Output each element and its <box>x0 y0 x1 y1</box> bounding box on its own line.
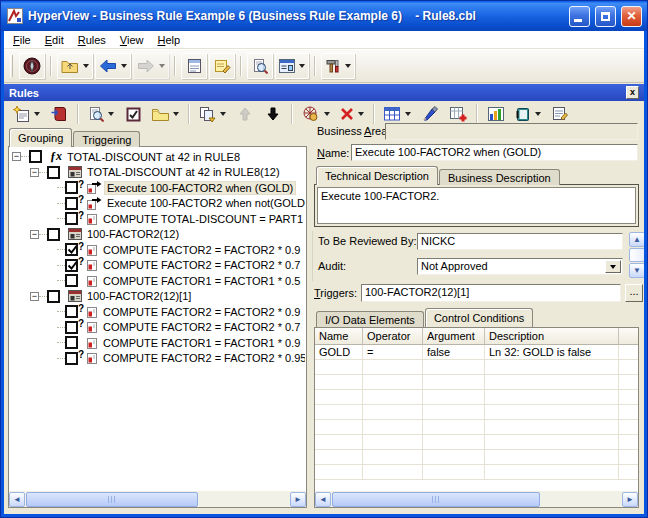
table-horizontal-scrollbar[interactable]: ◄ ► <box>315 491 638 507</box>
edit-properties-button[interactable] <box>547 103 573 125</box>
notebook-button[interactable] <box>511 103 545 125</box>
rule-checkbox[interactable] <box>47 228 60 241</box>
audit-dropdown-button[interactable] <box>605 260 621 273</box>
tools-button[interactable] <box>321 53 355 79</box>
validate-button[interactable] <box>445 103 471 125</box>
business-area-input[interactable] <box>385 123 638 140</box>
menu-rules[interactable]: Rules <box>71 33 113 47</box>
tree-row[interactable]: ?COMPUTE FACTOR2 = FACTOR2 * 0.7 <box>10 258 305 274</box>
tree-row[interactable]: ?COMPUTE FACTOR2 = FACTOR2 * 0.95 <box>10 351 305 367</box>
select-rules-button[interactable] <box>120 103 146 125</box>
tab-technical-description[interactable]: Technical Description <box>316 166 438 185</box>
scroll-thumb[interactable] <box>629 248 644 262</box>
move-down-button[interactable] <box>260 103 286 125</box>
chart-button[interactable] <box>483 103 509 125</box>
scroll-left-button[interactable]: ◄ <box>315 492 331 507</box>
tree-row[interactable]: ?COMPUTE TOTAL-DISCOUNT = PART1 * <box>10 211 305 227</box>
hyperview-scope-button[interactable] <box>19 53 45 79</box>
triggers-browse-button[interactable]: ... <box>625 284 643 302</box>
triggering-button[interactable] <box>298 103 334 125</box>
column-header-description[interactable]: Description <box>485 328 619 345</box>
open-button[interactable] <box>57 53 93 79</box>
back-button[interactable] <box>95 53 131 79</box>
to-be-reviewed-by-input[interactable]: NICKC <box>417 233 623 250</box>
name-input[interactable]: Execute 100-FACTOR2 when (GOLD) <box>351 144 638 161</box>
tab-i-o-data-elements[interactable]: I/O Data Elements <box>316 311 424 327</box>
copy-rule-button[interactable] <box>195 103 230 125</box>
table-empty-row[interactable] <box>315 435 638 450</box>
rule-checkbox[interactable] <box>65 181 78 194</box>
table-empty-row[interactable] <box>315 390 638 405</box>
scroll-track[interactable] <box>331 492 622 507</box>
tab-triggering[interactable]: Triggering <box>73 131 140 147</box>
tab-control-conditions[interactable]: Control Conditions <box>425 308 534 327</box>
scroll-right-button[interactable]: ► <box>622 492 638 507</box>
table-empty-row[interactable] <box>315 405 638 420</box>
table-empty-row[interactable] <box>315 420 638 435</box>
triggers-input[interactable]: 100-FACTOR2(12)[1] <box>361 284 621 302</box>
rule-checkbox[interactable] <box>47 166 60 179</box>
tab-business-description[interactable]: Business Description <box>439 169 560 185</box>
tree-row[interactable]: COMPUTE FACTOR1 = FACTOR1 * 0.9 <box>10 335 305 351</box>
rule-checkbox[interactable] <box>65 259 78 272</box>
collapse-minus-icon[interactable]: − <box>12 152 21 161</box>
annotations-button[interactable] <box>209 53 235 79</box>
audit-dropdown[interactable]: Not Approved <box>417 258 623 275</box>
maximize-button[interactable] <box>595 6 616 27</box>
menu-help[interactable]: Help <box>151 33 188 47</box>
tree-row[interactable]: −100-FACTOR2(12) <box>10 227 305 243</box>
tree-row[interactable]: −TOTAL-DISCOUNT at 42 in RULE8(12) <box>10 165 305 181</box>
group-folder-button[interactable] <box>148 103 183 125</box>
column-header-operator[interactable]: Operator <box>363 328 423 345</box>
collapse-minus-icon[interactable]: − <box>30 292 39 301</box>
rule-checkbox[interactable] <box>65 336 78 349</box>
title-bar[interactable]: HyperView - Business Rule Example 6 (Bus… <box>1 1 647 31</box>
table-empty-row[interactable] <box>315 375 638 390</box>
tree-horizontal-scrollbar[interactable]: ◄ ► <box>9 491 306 507</box>
table-empty-row[interactable] <box>315 465 638 480</box>
table-empty-row[interactable] <box>315 360 638 375</box>
tree-row[interactable]: −ƒxTOTAL-DISCOUNT at 42 in RULE8 <box>10 149 305 165</box>
rule-checkbox[interactable] <box>65 274 78 287</box>
move-up-button[interactable] <box>232 103 258 125</box>
tree-row[interactable]: COMPUTE FACTOR1 = FACTOR1 * 0.5 <box>10 273 305 289</box>
rule-checkbox[interactable] <box>65 305 78 318</box>
rule-checkbox[interactable] <box>65 197 78 210</box>
rule-checkbox[interactable] <box>65 243 78 256</box>
review-vertical-scrollbar[interactable]: ▲ ▼ <box>629 232 644 278</box>
close-button[interactable]: ✕ <box>621 6 642 27</box>
new-rule-button[interactable] <box>9 103 44 125</box>
scroll-thumb[interactable] <box>332 492 540 507</box>
minimize-button[interactable] <box>569 6 590 27</box>
technical-description-text[interactable]: Execute 100-FACTOR2. <box>317 187 636 224</box>
rule-checkbox[interactable] <box>65 352 78 365</box>
collapse-minus-icon[interactable]: − <box>30 230 39 239</box>
toolbar-grip[interactable] <box>10 55 13 77</box>
tree-row[interactable]: ?COMPUTE FACTOR2 = FACTOR2 * 0.9 <box>10 304 305 320</box>
search-rules-button[interactable] <box>84 103 118 125</box>
rule-checkbox[interactable] <box>65 321 78 334</box>
tree-row[interactable]: ?COMPUTE FACTOR2 = FACTOR2 * 0.7 <box>10 320 305 336</box>
tree-row[interactable]: ?COMPUTE FACTOR2 = FACTOR2 * 0.9 <box>10 242 305 258</box>
tab-grouping[interactable]: Grouping <box>9 128 72 147</box>
column-header-name[interactable]: Name <box>315 328 363 345</box>
scroll-left-button[interactable]: ◄ <box>9 492 25 507</box>
tree-row[interactable]: ?Execute 100-FACTOR2 when (GOLD) <box>10 180 305 196</box>
column-header-argument[interactable]: Argument <box>423 328 485 345</box>
rule-checkbox[interactable] <box>65 212 78 225</box>
properties-button[interactable] <box>181 53 207 79</box>
rule-checkbox[interactable] <box>29 150 42 163</box>
menu-view[interactable]: View <box>113 33 151 47</box>
collapse-minus-icon[interactable]: − <box>30 168 39 177</box>
delete-rule-button[interactable] <box>336 103 368 125</box>
delete-book-button[interactable] <box>46 103 72 125</box>
scroll-right-button[interactable]: ► <box>290 492 306 507</box>
table-row[interactable]: GOLD=falseLn 32: GOLD is false <box>315 345 638 360</box>
table-empty-row[interactable] <box>315 450 638 465</box>
rule-checkbox[interactable] <box>47 290 60 303</box>
menu-edit[interactable]: Edit <box>38 33 71 47</box>
view-list-button[interactable] <box>275 53 309 79</box>
grid-view-button[interactable] <box>380 103 415 125</box>
forward-button[interactable] <box>133 53 169 79</box>
tree-row[interactable]: −100-FACTOR2(12)[1] <box>10 289 305 305</box>
